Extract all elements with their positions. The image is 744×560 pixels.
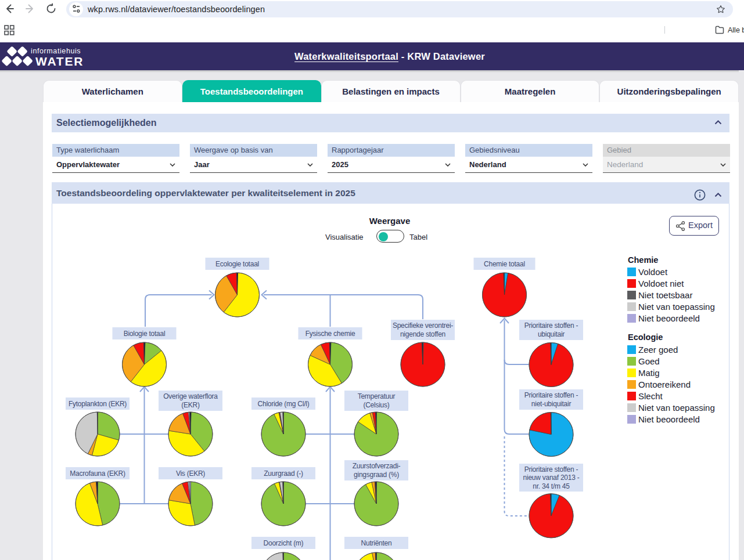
svg-text:gingsgraad (%): gingsgraad (%) — [354, 471, 399, 479]
svg-text:niet-ubiquitair: niet-ubiquitair — [531, 400, 572, 408]
svg-text:Biologie totaal: Biologie totaal — [124, 330, 166, 338]
svg-text:Fytoplankton (EKR): Fytoplankton (EKR) — [69, 400, 127, 408]
svg-text:Vis (EKR): Vis (EKR) — [176, 469, 205, 478]
svg-text:Zuurgraad (-): Zuurgraad (-) — [264, 469, 303, 478]
svg-text:Specifieke verontrei-: Specifieke verontrei- — [393, 321, 453, 330]
svg-text:Chemie totaal: Chemie totaal — [484, 260, 525, 268]
svg-text:Fysische chemie: Fysische chemie — [305, 330, 355, 338]
svg-text:ubiquitair: ubiquitair — [538, 330, 565, 338]
svg-text:Zuurstofverzadi-: Zuurstofverzadi- — [353, 462, 401, 470]
svg-text:nigende stoffen: nigende stoffen — [400, 330, 445, 338]
svg-text:Temperatuur: Temperatuur — [358, 392, 396, 400]
svg-text:Chloride (mg Cl/l): Chloride (mg Cl/l) — [258, 400, 310, 408]
svg-text:Nutriënten: Nutriënten — [361, 539, 392, 547]
svg-text:Doorzicht (m): Doorzicht (m) — [264, 539, 304, 547]
svg-text:Prioritaire stoffen -: Prioritaire stoffen - — [524, 321, 578, 330]
svg-text:Prioritaire stoffen -: Prioritaire stoffen - — [524, 391, 578, 399]
svg-text:Prioritaire stoffen -: Prioritaire stoffen - — [524, 465, 578, 474]
svg-text:nr. 34 t/m 45: nr. 34 t/m 45 — [533, 482, 570, 490]
svg-text:Ecologie totaal: Ecologie totaal — [215, 260, 259, 268]
svg-text:(Celsius): (Celsius) — [363, 401, 389, 409]
svg-text:Macrofauna (EKR): Macrofauna (EKR) — [70, 469, 125, 478]
svg-text:Overige waterflora: Overige waterflora — [163, 392, 218, 400]
svg-text:nieuw vanaf 2013 -: nieuw vanaf 2013 - — [523, 474, 580, 482]
svg-text:(EKR): (EKR) — [181, 401, 200, 409]
